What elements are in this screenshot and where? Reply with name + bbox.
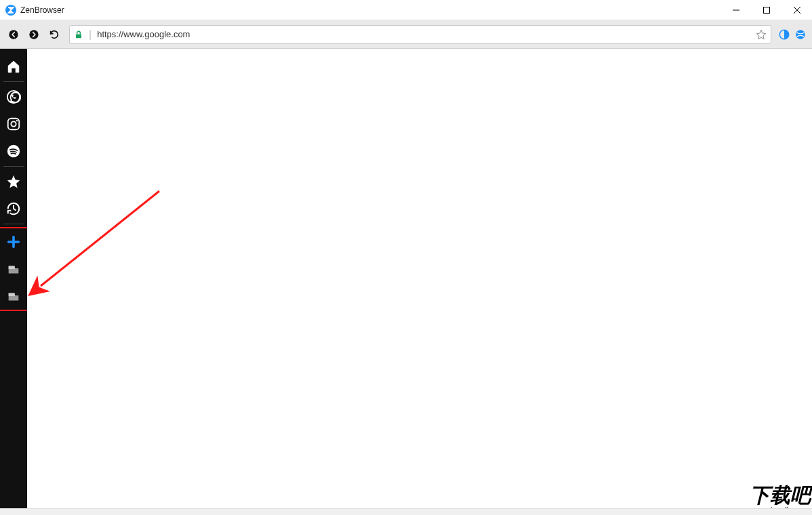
app-icon	[5, 5, 16, 16]
sidebar-tabs-highlight	[0, 227, 28, 311]
back-button[interactable]	[4, 25, 23, 44]
sidebar-divider	[3, 224, 24, 224]
close-button[interactable]	[781, 0, 812, 20]
sidebar	[0, 49, 27, 515]
sidebar-new-tab[interactable]	[0, 228, 27, 255]
window-title: ZenBrowser	[20, 5, 64, 15]
svg-point-4	[9, 30, 18, 39]
svg-rect-15	[9, 293, 15, 296]
window-controls	[720, 0, 812, 20]
sidebar-instagram[interactable]	[0, 110, 27, 138]
annotation-arrow	[27, 49, 203, 333]
svg-line-16	[41, 191, 159, 286]
sidebar-whatsapp[interactable]	[0, 83, 27, 110]
svg-point-12	[16, 120, 18, 121]
browser-toolbar: |	[0, 20, 812, 49]
svg-point-8	[796, 30, 805, 39]
svg-rect-14	[9, 266, 15, 269]
sidebar-tab-1[interactable]	[0, 255, 27, 283]
reload-button[interactable]	[45, 25, 64, 44]
watermark-text: 下载吧	[750, 485, 811, 506]
sidebar-home[interactable]	[0, 53, 27, 80]
forward-button[interactable]	[24, 25, 43, 44]
lock-icon	[74, 30, 83, 39]
sidebar-divider	[3, 166, 24, 167]
horizontal-scrollbar[interactable]	[0, 508, 812, 515]
globe-icon[interactable]	[793, 27, 808, 42]
sidebar-divider	[3, 81, 24, 82]
sidebar-spotify[interactable]	[0, 138, 27, 165]
svg-rect-1	[763, 7, 769, 13]
sidebar-bookmarks[interactable]	[0, 168, 27, 195]
svg-point-5	[29, 30, 38, 39]
url-input[interactable]	[97, 26, 750, 43]
bookmark-star-icon[interactable]	[756, 29, 767, 40]
svg-rect-6	[76, 34, 81, 38]
sidebar-history[interactable]	[0, 195, 27, 222]
sidebar-tab-2[interactable]	[0, 283, 27, 310]
address-bar[interactable]: |	[69, 25, 771, 44]
shield-icon[interactable]	[777, 27, 792, 42]
toolbar-right-icons	[777, 27, 808, 42]
svg-point-11	[11, 121, 16, 126]
minimize-button[interactable]	[720, 0, 751, 20]
window-titlebar: ZenBrowser	[0, 0, 812, 20]
address-separator: |	[89, 28, 92, 41]
page-content: 下载吧 www.xiazaiba.com	[27, 49, 812, 515]
maximize-button[interactable]	[751, 0, 781, 20]
